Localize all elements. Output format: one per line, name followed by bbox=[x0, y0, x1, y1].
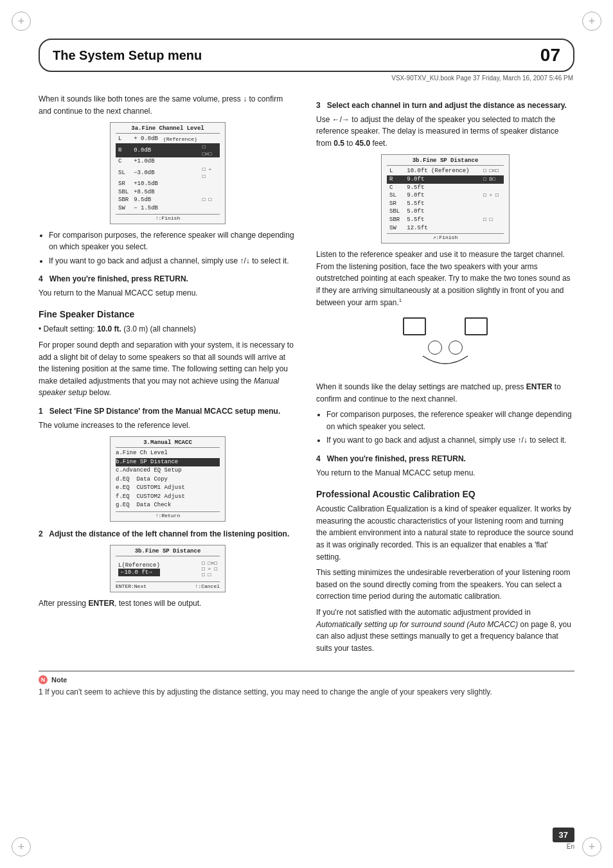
chapter-number: 07 bbox=[540, 45, 560, 66]
para-listen: Listen to the reference speaker and use … bbox=[316, 249, 574, 308]
screen2-footer: ↑:Return bbox=[116, 511, 220, 518]
screen2-row1: a.Fine Ch Level bbox=[116, 449, 220, 458]
screen2-row6: f.EQ CUSTOM2 Adjust bbox=[116, 493, 220, 502]
bullet2-item1: For comparison purposes, the reference s… bbox=[326, 409, 574, 432]
screen3-title: 3b.Fine SP Distance bbox=[116, 548, 220, 556]
screen2-title: 3.Manual MCACC bbox=[116, 439, 220, 448]
para-delay-matched: When it sounds like the delay settings a… bbox=[316, 381, 574, 405]
arm-arc-svg bbox=[420, 355, 471, 370]
step1-head: 1 Select 'Fine SP Distance' from the Man… bbox=[39, 405, 297, 418]
speaker-sub-left bbox=[428, 341, 442, 355]
screen-channel-level: 3a.Fine Channel Level L+ 0.0dB(Reference… bbox=[110, 122, 226, 224]
note-footer: N Note 1 If you can't seem to achieve th… bbox=[39, 671, 574, 698]
speaker-diagram bbox=[316, 317, 574, 372]
default-setting: • Default setting: 10.0 ft. (3.0 m) (all… bbox=[39, 323, 297, 335]
screen2-row4: d.EQ Data Copy bbox=[116, 475, 220, 484]
screen3-value: ←10.0 ft→ bbox=[118, 569, 160, 576]
corner-mark-br bbox=[582, 837, 601, 856]
pro-para2: This setting minimizes the undesirable r… bbox=[316, 567, 574, 603]
screen1-footer: ↑:Finish bbox=[116, 214, 220, 221]
page-title: The System Setup menu bbox=[53, 48, 202, 63]
step4-body: You return to the Manual MCACC setup men… bbox=[39, 287, 297, 299]
bullet1-item2: If you want to go back and adjust a chan… bbox=[49, 255, 297, 267]
content-area: When it sounds like both tones are the s… bbox=[39, 93, 574, 658]
speaker-left bbox=[403, 317, 426, 335]
screen-sp-distance-input: 3b.Fine SP Distance L(Reference) ←10.0 f… bbox=[110, 545, 226, 592]
step1-body: The volume increases to the reference le… bbox=[39, 420, 297, 432]
screen3-footer1: ENTER:Next bbox=[116, 583, 147, 589]
bullet1-item1: For comparison purposes, the reference s… bbox=[49, 229, 297, 253]
file-info: VSX-90TXV_KU.book Page 37 Friday, March … bbox=[0, 75, 573, 82]
step4-head: 4 When you're finished, press RETURN. bbox=[39, 273, 297, 285]
screen-sp-distance-table: 3b.Fine SP Distance L10.0ft (Reference)□… bbox=[381, 154, 510, 244]
screen2-row5: e.EQ CUSTOM1 Adjust bbox=[116, 484, 220, 493]
pro-para3: If you're not satisfied with the automat… bbox=[316, 607, 574, 654]
screen-manual-mcacc: 3.Manual MCACC a.Fine Ch Level b.Fine SP… bbox=[110, 436, 226, 522]
screen3-ref-label: L(Reference) bbox=[118, 562, 160, 569]
step2-after: After pressing ENTER, test tones will be… bbox=[39, 598, 297, 610]
step4b-body: You return to the Manual MCACC setup men… bbox=[316, 467, 574, 479]
note-label-text: Note bbox=[51, 676, 67, 684]
screen1-title: 3a.Fine Channel Level bbox=[116, 125, 220, 134]
screen3-footer2: ↑:Cancel bbox=[195, 583, 220, 589]
note-icon: N bbox=[39, 675, 48, 684]
corner-mark-bl bbox=[12, 837, 31, 856]
corner-mark-tl bbox=[12, 12, 31, 31]
screen4-footer: ↗:Finish bbox=[387, 233, 504, 240]
bullet2-item2: If you want to go back and adjust a chan… bbox=[326, 434, 574, 447]
page-lang: En bbox=[567, 843, 574, 850]
header-bar: The System Setup menu 07 bbox=[39, 39, 574, 72]
pro-para1: Acoustic Calibration Equalization is a k… bbox=[316, 503, 574, 563]
bullets1: For comparison purposes, the reference s… bbox=[49, 229, 297, 267]
pro-acoustic-heading: Professional Acoustic Calibration EQ bbox=[316, 489, 574, 499]
screen4-title: 3b.Fine SP Distance bbox=[387, 157, 504, 166]
bullets2: For comparison purposes, the reference s… bbox=[326, 409, 574, 447]
screen2-row2-highlighted: b.Fine SP Distance bbox=[116, 458, 220, 467]
corner-mark-tr bbox=[582, 12, 601, 31]
intro-para: When it sounds like both tones are the s… bbox=[39, 93, 297, 117]
screen2-row3: c.Advanced EQ Setup bbox=[116, 466, 220, 475]
left-column: When it sounds like both tones are the s… bbox=[39, 93, 297, 658]
speaker-right bbox=[465, 317, 488, 335]
fine-speaker-distance-heading: Fine Speaker Distance bbox=[39, 309, 297, 319]
step3-head: 3 Select each channel in turn and adjust… bbox=[316, 100, 574, 112]
right-column: 3 Select each channel in turn and adjust… bbox=[316, 93, 574, 658]
note-label: N Note bbox=[39, 675, 574, 684]
step3-body1: Use ←/→ to adjust the delay of the speak… bbox=[316, 114, 574, 150]
note-text: 1 If you can't seem to achieve this by a… bbox=[39, 686, 574, 698]
screen2-row7: g.EQ Data Check bbox=[116, 501, 220, 510]
screen3-side-icons: □ □=□□ ÷ □□ □ bbox=[202, 560, 217, 578]
step2-head: 2 Adjust the distance of the left channe… bbox=[39, 528, 297, 540]
speaker-sub-right bbox=[449, 341, 463, 355]
step4b-head: 4 When you're finished, press RETURN. bbox=[316, 453, 574, 465]
fine-para1: For proper sound depth and separation wi… bbox=[39, 339, 297, 399]
page-number: 37 bbox=[553, 828, 574, 842]
